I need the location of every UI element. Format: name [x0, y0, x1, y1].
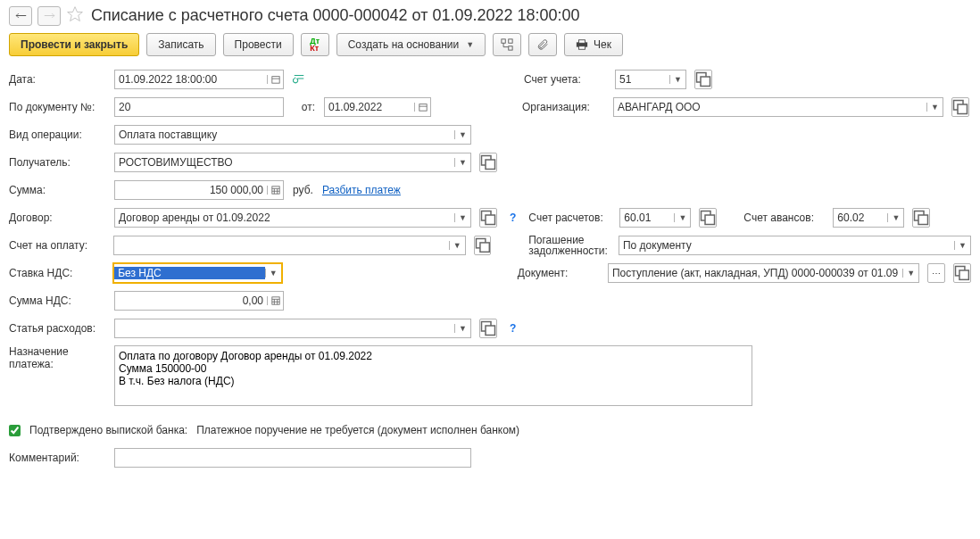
- svg-rect-29: [480, 243, 489, 252]
- advanceacc-open-button[interactable]: [912, 208, 930, 228]
- invoice-open-button[interactable]: [474, 236, 492, 255]
- open-icon: [480, 210, 496, 226]
- chevron-down-icon[interactable]: ▼: [674, 213, 690, 222]
- svg-rect-32: [271, 297, 278, 304]
- attach-button[interactable]: [528, 33, 557, 56]
- tree-icon: [501, 38, 513, 51]
- calculator-icon[interactable]: [267, 296, 283, 305]
- docno-label: По документу №:: [9, 101, 105, 113]
- vatsum-input[interactable]: 0,00: [114, 291, 284, 311]
- svg-rect-6: [579, 46, 586, 50]
- debt-label: Погашение задолженности:: [528, 235, 610, 256]
- create-based-on-button[interactable]: Создать на основании▼: [336, 33, 486, 56]
- nav-back-button[interactable]: 🡐: [9, 6, 32, 26]
- expense-open-button[interactable]: [479, 319, 497, 338]
- document-input[interactable]: Поступление (акт, накладная, УПД) 0000-0…: [608, 263, 919, 283]
- expense-input[interactable]: ▼: [114, 319, 471, 338]
- recipient-open-button[interactable]: [479, 153, 497, 172]
- confirmed-label: Подтверждено выпиской банка:: [29, 424, 187, 436]
- svg-rect-11: [419, 104, 426, 112]
- advanceacc-input[interactable]: 60.02 ▼: [833, 208, 904, 228]
- calculator-icon[interactable]: [267, 186, 283, 195]
- svg-rect-16: [486, 160, 495, 170]
- save-button[interactable]: Записать: [146, 33, 215, 56]
- post-and-close-button[interactable]: Провести и закрыть: [9, 33, 139, 56]
- chevron-down-icon[interactable]: ▼: [454, 130, 470, 139]
- optype-label: Вид операции:: [9, 129, 105, 141]
- page-title: Списание с расчетного счета 0000-000042 …: [91, 6, 971, 25]
- structure-button[interactable]: [493, 33, 521, 56]
- calendar-icon[interactable]: [267, 75, 283, 84]
- paperclip-icon: [536, 38, 549, 51]
- chevron-down-icon[interactable]: ▼: [454, 324, 470, 333]
- svg-rect-25: [705, 215, 715, 225]
- contract-open-button[interactable]: [479, 208, 497, 228]
- document-more-button[interactable]: ⋯: [927, 263, 945, 283]
- svg-rect-5: [579, 40, 586, 44]
- org-input[interactable]: АВАНГАРД ООО ▼: [613, 97, 943, 117]
- settleacc-input[interactable]: 60.01 ▼: [619, 208, 691, 228]
- nav-forward-button[interactable]: 🡒: [37, 6, 61, 26]
- chevron-down-icon[interactable]: ▼: [902, 269, 918, 278]
- svg-rect-7: [271, 77, 278, 84]
- expense-help-icon[interactable]: ?: [506, 322, 519, 335]
- svg-rect-3: [509, 46, 512, 50]
- date-label: Дата:: [9, 73, 105, 86]
- svg-marker-0: [68, 7, 83, 21]
- settleacc-open-button[interactable]: [699, 208, 717, 228]
- account-input[interactable]: 51 ▼: [615, 70, 686, 89]
- contract-input[interactable]: Договор аренды от 01.09.2022 ▼: [114, 208, 471, 228]
- amount-label: Сумма:: [9, 184, 105, 196]
- docno-input[interactable]: 20: [114, 97, 284, 117]
- debt-input[interactable]: По документу ▼: [619, 236, 971, 255]
- chevron-down-icon[interactable]: ▼: [265, 269, 281, 278]
- open-icon: [700, 210, 716, 226]
- chevron-down-icon: ▼: [466, 40, 474, 49]
- open-icon: [480, 154, 496, 170]
- chevron-down-icon[interactable]: ▼: [669, 75, 685, 84]
- open-icon: [480, 320, 496, 336]
- invoice-input[interactable]: ▼: [113, 236, 466, 255]
- org-open-button[interactable]: [951, 97, 969, 117]
- chevron-down-icon[interactable]: ▼: [887, 213, 903, 222]
- svg-rect-14: [958, 104, 968, 114]
- calendar-icon[interactable]: [414, 103, 430, 112]
- chevron-down-icon[interactable]: ▼: [454, 213, 470, 222]
- account-label: Счет учета:: [524, 73, 606, 86]
- open-icon: [954, 265, 970, 281]
- dtkt-button[interactable]: ДтКт: [301, 33, 329, 56]
- chevron-down-icon[interactable]: ▼: [954, 241, 970, 250]
- open-icon: [475, 237, 491, 253]
- confirmed-checkbox[interactable]: [9, 425, 21, 436]
- contract-label: Договор:: [9, 211, 105, 224]
- purpose-label: Назначение платежа:: [9, 345, 105, 370]
- chevron-down-icon[interactable]: ▼: [454, 158, 470, 167]
- svg-rect-23: [486, 215, 495, 225]
- svg-rect-2: [509, 39, 512, 43]
- from-label: от:: [293, 101, 315, 113]
- rub-label: руб.: [293, 184, 313, 196]
- refresh-date-icon[interactable]: [293, 72, 305, 87]
- cheque-button[interactable]: Чек: [564, 33, 623, 56]
- post-button[interactable]: Провести: [223, 33, 294, 56]
- chevron-down-icon[interactable]: ▼: [449, 241, 465, 250]
- account-open-button[interactable]: [694, 70, 712, 89]
- optype-input[interactable]: Оплата поставщику ▼: [114, 125, 471, 145]
- svg-rect-17: [271, 187, 278, 194]
- svg-rect-10: [701, 77, 710, 87]
- vatrate-input[interactable]: Без НДС ▼: [113, 263, 282, 283]
- from-date-input[interactable]: 01.09.2022: [324, 97, 431, 117]
- svg-rect-38: [486, 326, 495, 336]
- purpose-textarea[interactable]: [114, 345, 752, 406]
- recipient-input[interactable]: РОСТОВИМУЩЕСТВО ▼: [114, 153, 471, 172]
- contract-help-icon[interactable]: ?: [506, 211, 519, 224]
- favorite-star-icon[interactable]: [66, 5, 84, 26]
- date-input[interactable]: 01.09.2022 18:00:00: [114, 70, 284, 89]
- svg-rect-31: [959, 270, 968, 279]
- document-open-button[interactable]: [953, 263, 971, 283]
- amount-input[interactable]: 150 000,00: [114, 180, 284, 200]
- svg-rect-1: [502, 39, 505, 43]
- split-payment-link[interactable]: Разбить платеж: [322, 184, 401, 196]
- chevron-down-icon[interactable]: ▼: [926, 103, 943, 112]
- comment-input[interactable]: [114, 448, 471, 468]
